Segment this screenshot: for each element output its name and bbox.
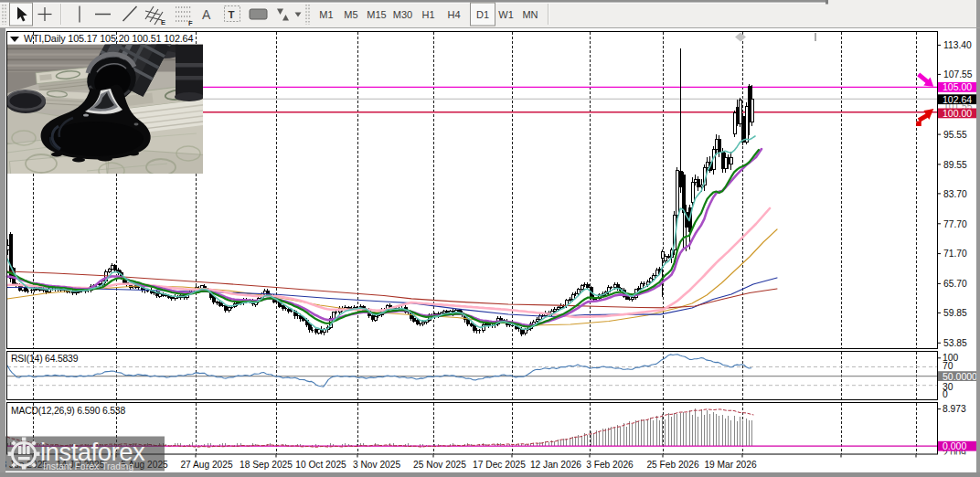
svg-text:MACD(12,26,9) 6.590 6.538: MACD(12,26,9) 6.590 6.538 [11, 406, 125, 416]
svg-text:A: A [202, 7, 211, 22]
svg-text:Instant Forex Trading: Instant Forex Trading [43, 461, 133, 472]
svg-text:102.64: 102.64 [943, 94, 972, 105]
svg-text:E: E [161, 18, 165, 26]
svg-text:12 Jan 2026: 12 Jan 2026 [530, 460, 581, 470]
svg-text:3 Feb 2026: 3 Feb 2026 [586, 460, 634, 470]
svg-text:89.55: 89.55 [943, 160, 967, 170]
svg-text:95.55: 95.55 [943, 130, 967, 140]
svg-text:18 Sep 2025: 18 Sep 2025 [240, 460, 293, 470]
svg-text:17 Dec 2025: 17 Dec 2025 [473, 460, 526, 470]
svg-text:3 Nov 2025: 3 Nov 2025 [353, 460, 400, 470]
svg-text:MN: MN [522, 9, 538, 20]
svg-text:113.40: 113.40 [943, 40, 972, 50]
svg-text:59.85: 59.85 [943, 308, 967, 318]
svg-text:100.00: 100.00 [943, 108, 972, 119]
svg-text:0: 0 [943, 389, 948, 399]
svg-text:D1: D1 [476, 9, 489, 20]
svg-text:70: 70 [943, 361, 953, 371]
svg-text:83.70: 83.70 [943, 189, 967, 199]
svg-text:77.70: 77.70 [943, 219, 967, 229]
svg-text:M1: M1 [319, 9, 333, 20]
svg-text:0.000: 0.000 [943, 440, 966, 451]
svg-text:8.973: 8.973 [943, 404, 966, 414]
svg-text:H4: H4 [447, 9, 460, 20]
svg-text:M30: M30 [393, 9, 412, 20]
svg-text:53.85: 53.85 [943, 338, 967, 348]
svg-text:27 Aug 2025: 27 Aug 2025 [180, 460, 233, 470]
svg-text:F: F [188, 19, 193, 27]
svg-text:25 Nov 2025: 25 Nov 2025 [413, 460, 466, 470]
svg-text:RSI(14) 64.5839: RSI(14) 64.5839 [11, 354, 79, 364]
svg-text:65.70: 65.70 [943, 279, 967, 289]
svg-text:WTI,Daily 105.17 105.20 100.5: WTI,Daily 105.17 105.20 100.51 102.64 [24, 33, 193, 44]
svg-text:19 Mar 2026: 19 Mar 2026 [704, 460, 757, 470]
svg-text:50.0000: 50.0000 [943, 371, 977, 382]
svg-text:25 Feb 2026: 25 Feb 2026 [646, 460, 699, 470]
svg-text:T: T [229, 9, 235, 20]
svg-text:M5: M5 [344, 9, 357, 20]
svg-text:W1: W1 [498, 9, 514, 20]
svg-text:107.55: 107.55 [943, 69, 973, 80]
svg-text:71.70: 71.70 [943, 249, 967, 259]
svg-text:105.00: 105.00 [943, 81, 972, 92]
svg-text:H1: H1 [421, 9, 434, 20]
svg-text:10 Oct 2025: 10 Oct 2025 [295, 460, 346, 470]
svg-text:M15: M15 [367, 9, 386, 20]
